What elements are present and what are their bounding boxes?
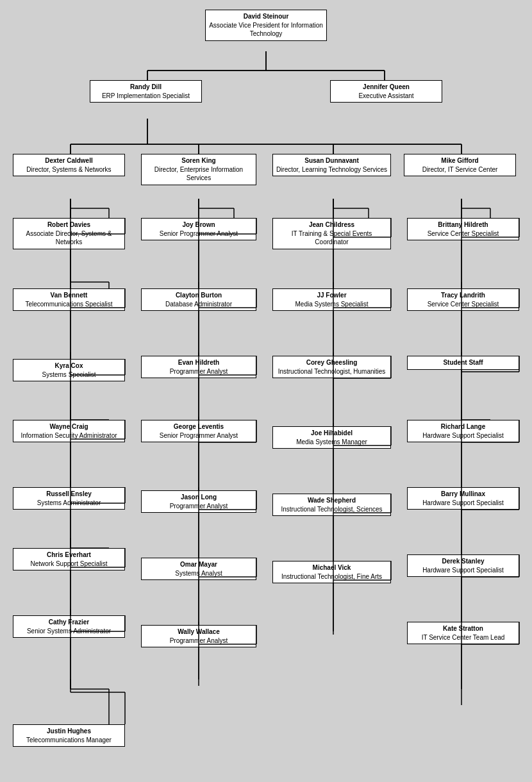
node-wade: Wade Shepherd Instructional Technologist… [272, 494, 391, 516]
node-wayne: Wayne Craig Information Security Adminis… [13, 420, 125, 442]
node-richard: Richard Lange Hardware Support Specialis… [407, 420, 519, 442]
node-susan: Susan Dunnavant Director, Learning Techn… [272, 154, 391, 176]
node-randy: Randy Dill ERP Implementation Specialist [90, 80, 202, 103]
node-kate: Kate Stratton IT Service Center Team Lea… [407, 622, 519, 644]
node-russell: Russell Ensley Systems Administrator [13, 487, 125, 510]
node-joe: Joe Hiltabidel Media Systems Manager [272, 426, 391, 449]
node-george: George Leventis Senior Programmer Analys… [141, 420, 256, 442]
org-chart: David Steinour Associate Vice President … [6, 6, 526, 776]
node-tracy: Tracy Landrith Service Center Specialist [407, 288, 519, 311]
connector-lines [6, 6, 526, 776]
node-derek: Derek Stanley Hardware Support Specialis… [407, 554, 519, 577]
node-jennifer: Jennifer Queen Executive Assistant [330, 80, 442, 103]
node-omar: Omar Mayar Systems Analyst [141, 558, 256, 580]
node-van: Van Bennett Telecommunications Specialis… [13, 288, 125, 311]
node-wally: Wally Wallace Programmer Analyst [141, 625, 256, 647]
node-chris: Chris Everhart Network Support Specialis… [13, 548, 125, 570]
connector-lines-2 [6, 6, 526, 782]
node-david: David Steinour Associate Vice President … [205, 10, 327, 41]
node-barry: Barry Mullinax Hardware Support Speciali… [407, 487, 519, 510]
node-jason: Jason Long Programmer Analyst [141, 490, 256, 513]
node-corey: Corey Gheesling Instructional Technologi… [272, 356, 391, 378]
node-mike: Mike Gifford Director, IT Service Center [404, 154, 516, 176]
node-clayton: Clayton Burton Database Administrator [141, 288, 256, 311]
node-student: Student Staff [407, 356, 519, 370]
node-brittany: Brittany Hildreth Service Center Special… [407, 218, 519, 240]
node-soren: Soren King Director, Enterprise Informat… [141, 154, 256, 185]
node-robert: Robert Davies Associate Director, System… [13, 218, 125, 249]
node-justin: Justin Hughes Telecommunications Manager [13, 724, 125, 747]
node-joy: Joy Brown Senior Programmer Analyst [141, 218, 256, 240]
node-michael: Michael Vick Instructional Technologist,… [272, 561, 391, 583]
node-cathy: Cathy Frazier Senior Systems Administrat… [13, 615, 125, 638]
node-kyra: Kyra Cox Systems Specialist [13, 359, 125, 381]
node-jean: Jean Childress IT Training & Special Eve… [272, 218, 391, 249]
node-jj: JJ Fowler Media Systems Specialist [272, 288, 391, 311]
node-dexter: Dexter Caldwell Director, Systems & Netw… [13, 154, 125, 176]
node-evan: Evan Hildreth Programmer Analyst [141, 356, 256, 378]
